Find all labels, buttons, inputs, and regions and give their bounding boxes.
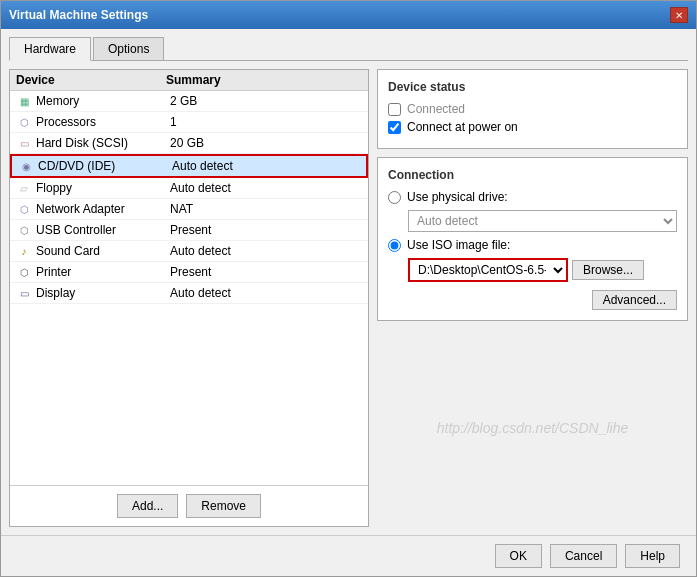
device-summary: 20 GB (170, 136, 362, 150)
device-summary: Auto detect (172, 159, 360, 173)
table-row[interactable]: ⬡ Network Adapter NAT (10, 199, 368, 220)
table-row[interactable]: ◉ CD/DVD (IDE) Auto detect (10, 154, 368, 178)
column-summary-header: Summary (166, 73, 362, 87)
physical-drive-radio[interactable] (388, 191, 401, 204)
column-device-header: Device (16, 73, 166, 87)
device-status-title: Device status (388, 80, 677, 94)
device-icon: ▱ (16, 180, 32, 196)
title-bar: Virtual Machine Settings ✕ (1, 1, 696, 29)
device-name: Display (36, 286, 170, 300)
device-name: Hard Disk (SCSI) (36, 136, 170, 150)
connect-power-label: Connect at power on (407, 120, 518, 134)
device-name: Printer (36, 265, 170, 279)
device-summary: NAT (170, 202, 362, 216)
ok-button[interactable]: OK (495, 544, 542, 568)
table-header: Device Summary (10, 70, 368, 91)
cancel-button[interactable]: Cancel (550, 544, 617, 568)
connected-checkbox[interactable] (388, 103, 401, 116)
device-name: Floppy (36, 181, 170, 195)
device-icon: ▦ (16, 93, 32, 109)
device-icon: ◉ (18, 158, 34, 174)
device-summary: Present (170, 265, 362, 279)
connected-label: Connected (407, 102, 465, 116)
table-row[interactable]: ▱ Floppy Auto detect (10, 178, 368, 199)
device-summary: Auto detect (170, 181, 362, 195)
main-area: Device Summary ▦ Memory 2 GB ⬡ Processor… (9, 69, 688, 527)
device-summary: Auto detect (170, 244, 362, 258)
table-rows-container: ▦ Memory 2 GB ⬡ Processors 1 ▭ Hard Disk… (10, 91, 368, 304)
connect-power-row: Connect at power on (388, 120, 677, 134)
table-row[interactable]: ♪ Sound Card Auto detect (10, 241, 368, 262)
advanced-row: Advanced... (388, 290, 677, 310)
device-name: USB Controller (36, 223, 170, 237)
iso-row: Use ISO image file: (388, 238, 677, 252)
iso-image-radio[interactable] (388, 239, 401, 252)
add-button[interactable]: Add... (117, 494, 178, 518)
title-bar-buttons: ✕ (670, 7, 688, 23)
table-row[interactable]: ⬡ USB Controller Present (10, 220, 368, 241)
left-panel: Device Summary ▦ Memory 2 GB ⬡ Processor… (9, 69, 369, 527)
watermark: http://blog.csdn.net/CSDN_lihe (377, 329, 688, 527)
remove-button[interactable]: Remove (186, 494, 261, 518)
table-row[interactable]: ▭ Display Auto detect (10, 283, 368, 304)
content-area: Hardware Options Device Summary ▦ Memory… (1, 29, 696, 535)
device-icon: ⬡ (16, 264, 32, 280)
tab-bar: Hardware Options (9, 37, 688, 61)
iso-path-dropdown[interactable]: D:\Desktop\CentOS-6.5-i386-bin (408, 258, 568, 282)
device-icon: ▭ (16, 285, 32, 301)
help-button[interactable]: Help (625, 544, 680, 568)
device-name: CD/DVD (IDE) (38, 159, 172, 173)
device-icon: ⬡ (16, 114, 32, 130)
iso-label: Use ISO image file: (407, 238, 510, 252)
table-row[interactable]: ▦ Memory 2 GB (10, 91, 368, 112)
physical-dropdown-row: Auto detect (408, 210, 677, 232)
device-name: Sound Card (36, 244, 170, 258)
window-footer: OK Cancel Help (1, 535, 696, 576)
device-name: Memory (36, 94, 170, 108)
virtual-machine-settings-window: Virtual Machine Settings ✕ Hardware Opti… (0, 0, 697, 577)
connect-at-power-checkbox[interactable] (388, 121, 401, 134)
connection-section: Connection Use physical drive: Auto dete… (377, 157, 688, 321)
device-icon: ♪ (16, 243, 32, 259)
right-panel: Device status Connected Connect at power… (377, 69, 688, 527)
physical-drive-label: Use physical drive: (407, 190, 508, 204)
physical-drive-dropdown[interactable]: Auto detect (408, 210, 677, 232)
tab-hardware[interactable]: Hardware (9, 37, 91, 61)
table-bottom-buttons: Add... Remove (10, 485, 368, 526)
device-summary: 2 GB (170, 94, 362, 108)
device-name: Processors (36, 115, 170, 129)
device-table: Device Summary ▦ Memory 2 GB ⬡ Processor… (10, 70, 368, 485)
table-row[interactable]: ⬡ Printer Present (10, 262, 368, 283)
close-button[interactable]: ✕ (670, 7, 688, 23)
tab-options[interactable]: Options (93, 37, 164, 60)
table-row[interactable]: ▭ Hard Disk (SCSI) 20 GB (10, 133, 368, 154)
device-status-section: Device status Connected Connect at power… (377, 69, 688, 149)
device-icon: ⬡ (16, 222, 32, 238)
connected-row: Connected (388, 102, 677, 116)
device-summary: Present (170, 223, 362, 237)
device-summary: 1 (170, 115, 362, 129)
table-row[interactable]: ⬡ Processors 1 (10, 112, 368, 133)
iso-input-row: D:\Desktop\CentOS-6.5-i386-bin Browse... (408, 258, 677, 282)
advanced-button[interactable]: Advanced... (592, 290, 677, 310)
physical-drive-row: Use physical drive: (388, 190, 677, 204)
device-summary: Auto detect (170, 286, 362, 300)
device-icon: ⬡ (16, 201, 32, 217)
device-name: Network Adapter (36, 202, 170, 216)
connection-title: Connection (388, 168, 677, 182)
window-title: Virtual Machine Settings (9, 8, 148, 22)
device-icon: ▭ (16, 135, 32, 151)
browse-button[interactable]: Browse... (572, 260, 644, 280)
